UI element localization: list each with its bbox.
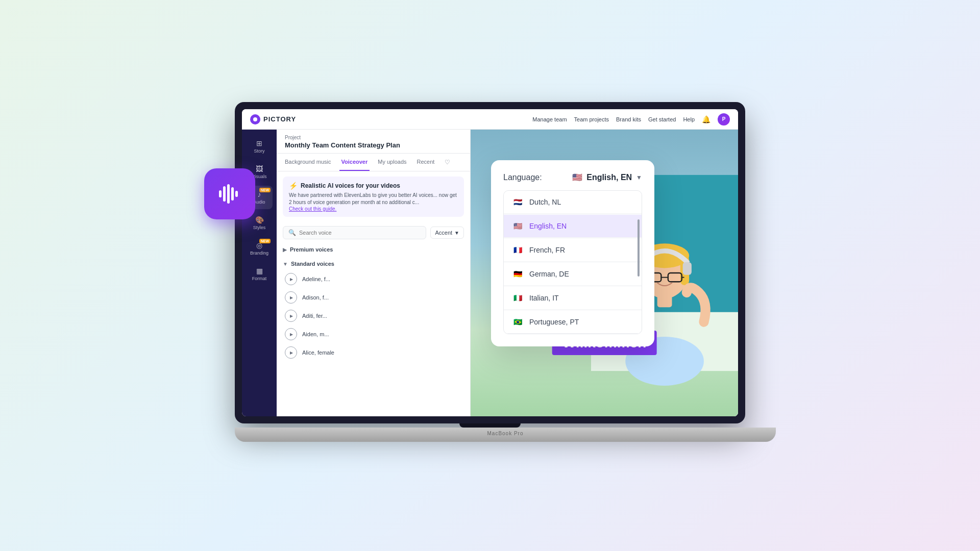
play-alice-button[interactable] (285, 346, 297, 359)
accent-filter[interactable]: Accent ▼ (430, 227, 464, 239)
project-label: Project (285, 135, 462, 140)
play-aiden-button[interactable] (285, 328, 297, 340)
premium-voices-section: ▶ Premium voices (277, 243, 470, 258)
scrollbar-indicator (638, 219, 640, 277)
new-badge-audio: NEW (259, 188, 271, 192)
standard-voices-header[interactable]: ▼ Standard voices (283, 258, 464, 270)
sidebar-item-format[interactable]: ▦ Format (246, 262, 273, 286)
main-content: ⊞ Story 🖼 Visuals NEW ♪ Audio 🎨 Styl (242, 130, 738, 416)
italian-flag-icon: 🇮🇹 (512, 292, 523, 304)
play-adeline-button[interactable] (285, 273, 297, 285)
new-badge-branding: NEW (259, 239, 271, 243)
tab-background-music[interactable]: Background music (283, 154, 333, 171)
french-flag-icon: 🇫🇷 (512, 244, 523, 256)
editor-panel: Project Monthly Team Content Strategy Pl… (277, 130, 471, 416)
get-started-link[interactable]: Get started (648, 116, 676, 122)
help-link[interactable]: Help (683, 116, 695, 122)
grid-icon: ⊞ (256, 139, 262, 147)
language-label: Language: (503, 173, 542, 182)
accent-chevron-icon: ▼ (454, 230, 459, 236)
language-options-list: 🇳🇱 Dutch, NL 🇺🇸 English, EN 🇫🇷 (503, 190, 642, 334)
portuguese-flag-icon: 🇧🇷 (512, 316, 523, 328)
voiceover-floating-icon (204, 168, 255, 219)
laptop-screen: PICTORY Manage team Team projects Brand … (235, 102, 745, 423)
search-voice-input[interactable] (299, 230, 421, 236)
logo-text: PICTORY (263, 115, 296, 123)
project-title: Monthly Team Content Strategy Plan (285, 141, 462, 149)
tab-recent[interactable]: Recent (415, 154, 437, 171)
language-dropdown: Language: 🇺🇸 English, EN ▼ 🇳🇱 (491, 160, 654, 346)
lang-option-dutch[interactable]: 🇳🇱 Dutch, NL (504, 191, 642, 214)
format-icon: ▦ (256, 267, 263, 275)
lang-option-german[interactable]: 🇩🇪 German, DE (504, 263, 642, 286)
voice-item-aditi[interactable]: Aditi, fer... (283, 307, 464, 325)
project-header: Project Monthly Team Content Strategy Pl… (277, 130, 470, 154)
svg-rect-15 (682, 262, 691, 275)
svg-rect-0 (219, 190, 222, 197)
top-navbar: PICTORY Manage team Team projects Brand … (242, 109, 738, 130)
laptop-base (235, 428, 776, 442)
laptop-notch (459, 423, 521, 428)
voice-item-adison[interactable]: Adison, f... (283, 288, 464, 307)
video-preview: Willkommen Language: 🇺🇸 English, EN ▼ (471, 130, 738, 416)
favorites-heart-icon[interactable]: ♡ (445, 159, 450, 166)
svg-rect-1 (223, 186, 226, 202)
svg-rect-4 (235, 191, 238, 197)
tab-my-uploads[interactable]: My uploads (376, 154, 408, 171)
lang-option-english[interactable]: 🇺🇸 English, EN (504, 215, 642, 238)
german-flag-icon: 🇩🇪 (512, 268, 523, 280)
selected-flag-icon: 🇺🇸 (572, 172, 582, 182)
brand-kits-link[interactable]: Brand kits (616, 116, 641, 122)
ai-banner-link[interactable]: Check out this guide. (289, 206, 458, 212)
nav-links: Manage team Team projects Brand kits Get… (532, 113, 730, 126)
svg-point-5 (253, 117, 257, 121)
tab-voiceover[interactable]: Voiceover (339, 154, 370, 171)
voice-item-alice[interactable]: Alice, female (283, 343, 464, 362)
expand-icon: ▶ (283, 247, 287, 253)
language-dropdown-header: Language: 🇺🇸 English, EN ▼ (503, 172, 642, 182)
image-icon: 🖼 (256, 165, 263, 173)
tab-navigation: Background music Voiceover My uploads Re… (277, 154, 470, 171)
logo-area: PICTORY (250, 114, 296, 124)
dutch-flag-icon: 🇳🇱 (512, 196, 523, 208)
sidebar-item-branding[interactable]: NEW ◎ Branding (246, 237, 273, 260)
lang-option-french[interactable]: 🇫🇷 French, FR (504, 239, 642, 262)
language-chevron-icon: ▼ (636, 174, 642, 181)
palette-icon: 🎨 (255, 216, 264, 224)
voice-item-adeline[interactable]: Adeline, f... (283, 270, 464, 288)
sidebar-item-story[interactable]: ⊞ Story (246, 135, 273, 158)
search-icon: 🔍 (288, 229, 296, 236)
logo-icon (250, 114, 260, 124)
collapse-icon: ▼ (283, 261, 288, 267)
premium-voices-header[interactable]: ▶ Premium voices (283, 243, 464, 256)
waveform-icon (217, 181, 242, 207)
lang-option-portuguese[interactable]: 🇧🇷 Portuguese, PT (504, 311, 642, 334)
language-selected[interactable]: 🇺🇸 English, EN ▼ (572, 172, 642, 182)
manage-team-link[interactable]: Manage team (532, 116, 567, 122)
english-flag-icon: 🇺🇸 (512, 220, 523, 232)
play-adison-button[interactable] (285, 291, 297, 304)
laptop-mockup: PICTORY Manage team Team projects Brand … (235, 102, 745, 449)
standard-voices-section: ▼ Standard voices Adeline, f... Adison, … (277, 258, 470, 364)
ai-banner: ⚡ Realistic AI voices for your videos We… (283, 177, 464, 217)
ai-banner-description: We have partnered with ElevenLabs to giv… (289, 192, 458, 206)
voice-item-aiden[interactable]: Aiden, m... (283, 325, 464, 343)
user-avatar[interactable]: P (718, 113, 730, 126)
svg-rect-2 (227, 184, 230, 204)
screen-content: PICTORY Manage team Team projects Brand … (242, 109, 738, 416)
ai-banner-title: ⚡ Realistic AI voices for your videos (289, 182, 458, 190)
lightning-icon: ⚡ (289, 182, 298, 190)
search-box: 🔍 (283, 226, 426, 239)
lang-option-italian[interactable]: 🇮🇹 Italian, IT (504, 287, 642, 310)
play-aditi-button[interactable] (285, 310, 297, 322)
team-projects-link[interactable]: Team projects (574, 116, 609, 122)
notification-bell-icon[interactable]: 🔔 (702, 115, 710, 123)
search-area: 🔍 Accent ▼ (277, 222, 470, 243)
svg-rect-3 (231, 187, 234, 201)
